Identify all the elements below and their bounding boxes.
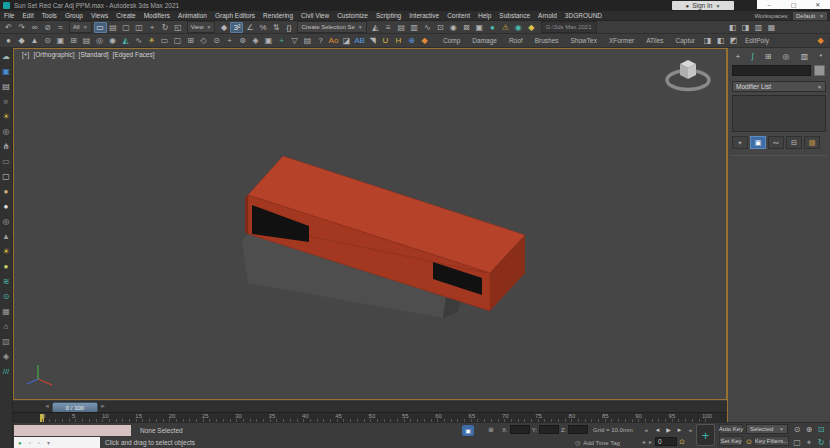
menu-item[interactable]: Graph Editors bbox=[211, 12, 259, 19]
window-crossing-icon[interactable]: ◫ bbox=[133, 22, 146, 33]
menu-item[interactable]: Help bbox=[474, 12, 495, 19]
light-bulb-icon[interactable]: ☀ bbox=[0, 110, 13, 123]
page-icon[interactable]: ▤ bbox=[301, 35, 314, 46]
menu-item[interactable]: Rendering bbox=[259, 12, 297, 19]
panel-icon[interactable]: ▢ bbox=[0, 170, 13, 183]
split-view-icon-1[interactable]: ◨ bbox=[701, 35, 714, 46]
remove-modifier-button[interactable]: ⊟ bbox=[786, 136, 802, 149]
layout-icon-1[interactable]: ◧ bbox=[726, 22, 739, 33]
tab-utilities[interactable]: * bbox=[819, 52, 822, 61]
select-and-link-icon[interactable]: ∞ bbox=[28, 22, 41, 33]
viewport-canvas[interactable]: [+] [Orthographic] [Standard] [Edged Fac… bbox=[13, 48, 727, 400]
menu-item[interactable]: Views bbox=[87, 12, 112, 19]
zoom-region-icon[interactable]: ▢ bbox=[791, 437, 803, 448]
bones-icon[interactable]: ⋔ bbox=[0, 140, 13, 153]
menu-item[interactable]: Interactive bbox=[405, 12, 443, 19]
z-coordinate-field[interactable] bbox=[568, 425, 588, 434]
warning-icon[interactable]: ⚠ bbox=[499, 22, 512, 33]
tab-create[interactable]: + bbox=[736, 52, 741, 61]
cone-icon[interactable]: ▲ bbox=[0, 230, 13, 243]
tab-hierarchy[interactable]: ⊞ bbox=[765, 52, 772, 61]
named-selection-set-dropdown[interactable]: Create Selection Se▼ bbox=[297, 21, 366, 33]
pin-icon[interactable]: ⊙ bbox=[41, 35, 54, 46]
workspaces-dropdown[interactable]: Default ▼ bbox=[792, 11, 828, 21]
isolate-selection-button[interactable]: ▣ bbox=[462, 425, 474, 436]
modifier-stack-list[interactable] bbox=[732, 95, 826, 132]
frame-tool-icon[interactable]: ▢ bbox=[171, 35, 184, 46]
menu-item[interactable]: Modifiers bbox=[140, 12, 174, 19]
list-icon[interactable]: ▤ bbox=[80, 35, 93, 46]
donut-icon[interactable]: ◉ bbox=[106, 35, 119, 46]
show-end-result-button[interactable]: ▣ bbox=[750, 136, 766, 149]
reference-coordinate-dropdown[interactable]: View▼ bbox=[187, 21, 216, 33]
menu-item[interactable]: File bbox=[0, 12, 18, 19]
target-icon[interactable]: ⊙ bbox=[0, 290, 13, 303]
tab-motion[interactable]: ◎ bbox=[783, 52, 790, 61]
selection-lock-icon[interactable]: ⊗ bbox=[488, 426, 494, 434]
tree-icon[interactable]: ▲ bbox=[28, 35, 41, 46]
teal-wedge-icon[interactable]: ◭ bbox=[119, 35, 132, 46]
menu-item[interactable]: Substance bbox=[495, 12, 534, 19]
gem-icon[interactable]: ◇ bbox=[197, 35, 210, 46]
script-button[interactable]: Roof bbox=[503, 37, 529, 44]
box-arrow-icon[interactable]: ⊞ bbox=[67, 35, 80, 46]
sphere-tan-icon[interactable]: ● bbox=[0, 185, 13, 198]
hatch-icon[interactable]: ▧ bbox=[0, 335, 13, 348]
maxscript-mini-listener-pink[interactable] bbox=[14, 425, 131, 436]
diamond-icon[interactable]: ◈ bbox=[0, 350, 13, 363]
script-button[interactable]: XFormer bbox=[603, 37, 640, 44]
viewport-shading-menu[interactable]: [Standard] bbox=[79, 51, 109, 58]
key-filters-button[interactable]: Key Filters... bbox=[754, 436, 789, 446]
editpoly-button[interactable]: EditPoly bbox=[740, 37, 774, 44]
maxscript-mini-listener-white[interactable]: ●▫▫▾ bbox=[14, 437, 100, 448]
material-editor-icon[interactable]: ◉ bbox=[447, 22, 460, 33]
create-key-button[interactable]: + bbox=[696, 424, 715, 446]
panel-tool-icon[interactable]: ▣ bbox=[262, 35, 275, 46]
h-icon[interactable]: H bbox=[392, 35, 405, 46]
orbit-icon[interactable]: ↻ bbox=[815, 437, 827, 448]
named-selection-sets-icon[interactable]: {} bbox=[282, 22, 295, 33]
selection-filter-dropdown[interactable]: All▼ bbox=[69, 21, 92, 33]
cloud-icon[interactable]: ☁ bbox=[0, 50, 13, 63]
menu-item[interactable]: Arnold bbox=[534, 12, 561, 19]
time-slider-track[interactable]: ◄ 0 / 100 ► bbox=[13, 400, 727, 412]
next-frame-arrow-icon[interactable]: ► bbox=[100, 403, 106, 409]
teal-plus-icon[interactable]: + bbox=[275, 35, 288, 46]
script-button[interactable]: Damage bbox=[466, 37, 503, 44]
y-coordinate-field[interactable] bbox=[539, 425, 559, 434]
layout-icon-3[interactable]: ▥ bbox=[752, 22, 765, 33]
fox-icon[interactable]: ◆ bbox=[418, 35, 431, 46]
zoom-all-icon[interactable]: ⊕ bbox=[803, 424, 815, 435]
menu-item[interactable]: Animation bbox=[174, 12, 211, 19]
previous-frame-arrow-icon[interactable]: ◄ bbox=[44, 403, 50, 409]
tab-display[interactable]: ▥ bbox=[801, 52, 809, 61]
pin-stack-button[interactable]: ⌖ bbox=[732, 136, 748, 149]
track-bar[interactable]: 0510152025303540455055606570758085909510… bbox=[13, 412, 727, 422]
menu-item[interactable]: Content bbox=[443, 12, 474, 19]
previous-frame-button[interactable]: ◄ bbox=[652, 424, 663, 435]
plus-tool-icon[interactable]: + bbox=[223, 35, 236, 46]
schematic-view-icon[interactable]: ⊡ bbox=[434, 22, 447, 33]
script-button[interactable]: ShowTex bbox=[565, 37, 603, 44]
select-and-move-icon[interactable]: + bbox=[146, 22, 159, 33]
select-and-rotate-icon[interactable]: ↻ bbox=[159, 22, 172, 33]
spinner-snap-icon[interactable]: ⇅ bbox=[269, 22, 282, 33]
target-blue-icon[interactable]: ⊕ bbox=[405, 35, 418, 46]
render-production-icon[interactable]: ● bbox=[486, 22, 499, 33]
layout-icon-2[interactable]: ◨ bbox=[739, 22, 752, 33]
menu-item[interactable]: Tools bbox=[38, 12, 61, 19]
corner-icon[interactable]: ◥ bbox=[366, 35, 379, 46]
key-selection-dropdown[interactable]: Selected ▼ bbox=[746, 424, 788, 434]
capsule-icon[interactable]: ◎ bbox=[93, 35, 106, 46]
key-mode-icon[interactable]: ⊙ bbox=[679, 438, 685, 446]
slashes-icon[interactable]: /// bbox=[0, 365, 13, 378]
ab-icon[interactable]: AB bbox=[353, 35, 366, 46]
target-tool-icon[interactable]: ⊙ bbox=[210, 35, 223, 46]
rendered-frame-icon[interactable]: ▣ bbox=[473, 22, 486, 33]
plate-icon[interactable]: ▭ bbox=[0, 155, 13, 168]
chess-icon[interactable]: ◈ bbox=[249, 35, 262, 46]
menu-item[interactable]: Group bbox=[61, 12, 87, 19]
ao-icon[interactable]: Ao bbox=[327, 35, 340, 46]
play-button[interactable]: ▶ bbox=[663, 424, 674, 435]
grid-tool-icon[interactable]: ⊞ bbox=[184, 35, 197, 46]
